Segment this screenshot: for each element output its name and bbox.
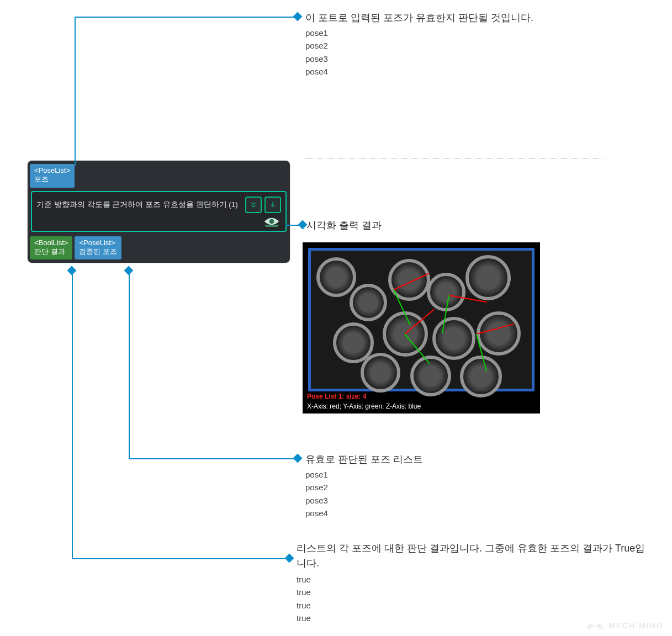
list-item: pose3 [305,52,648,65]
annotation-list: pose1 pose2 pose3 pose4 [305,26,648,78]
node-title: 기준 방향과의 각도를 근거하여 포즈 유효성을 판단하기 (1) [36,200,238,210]
visualization-output: Pose List 1: size: 4 X-Axis: red; Y-Axis… [303,242,540,414]
node-body: 기준 방향과의 각도를 근거하여 포즈 유효성을 판단하기 (1) [31,191,287,232]
viz-overlay-line1: Pose List 1: size: 4 [307,393,366,400]
arrow-down-icon [269,201,277,209]
input-ports: <PoseList> 포즈 [28,161,290,188]
list-item: pose3 [305,494,648,507]
list-item: true [297,573,650,586]
input-port-pose[interactable]: <PoseList> 포즈 [30,164,75,188]
separator [305,158,604,158]
connector [75,17,76,166]
port-type: <BoolList> [34,239,68,247]
port-type: <PoseList> [34,166,70,175]
port-label: 판단 결과 [34,247,68,256]
output-port-pose[interactable]: <PoseList> 검증된 포즈 [75,236,121,260]
list-item: pose1 [305,468,648,481]
visualize-icon[interactable] [263,215,280,227]
port-label: 검증된 포즈 [79,247,117,256]
pose-validity-node[interactable]: <PoseList> 포즈 기준 방향과의 각도를 근거하여 포즈 유효성을 판… [28,161,290,263]
annotation-valid-pose: 유효로 판단된 포즈 리스트 pose1 pose2 pose3 pose4 [305,453,648,520]
logo-text: MECH MIND [608,621,663,630]
output-ports: <BoolList> 판단 결과 <PoseList> 검증된 포즈 [28,236,290,263]
connector [129,271,130,458]
annotation-title: 유효로 판단된 포즈 리스트 [305,453,648,466]
mechmind-logo: MECH MIND [585,621,663,630]
annotation-list: pose1 pose2 pose3 pose4 [305,468,648,520]
annotation-title: 리스트의 각 포즈에 대한 판단 결과입니다. 그중에 유효한 포즈의 결과가 … [297,541,650,571]
list-item: pose2 [305,481,648,494]
download-button[interactable] [264,197,281,213]
connector [75,17,297,18]
viz-overlay-line2: X-Axis: red; Y-Axis: green; Z-Axis: blue [307,402,421,410]
annotation-input: 이 포트로 입력된 포즈가 유효한지 판단될 것입니다. pose1 pose2… [305,11,648,78]
connector [129,458,297,459]
list-item: pose4 [305,507,648,520]
connector [72,558,289,559]
list-item: true [297,586,650,598]
svg-point-0 [269,219,274,224]
connector [72,271,73,558]
port-type: <PoseList> [79,239,117,247]
list-item: pose2 [305,39,648,52]
output-port-bool[interactable]: <BoolList> 판단 결과 [30,236,72,260]
annotation-viz-label: 시각화 출력 결과 [306,219,382,232]
chevrons-down-icon [250,201,257,209]
expand-button[interactable] [245,197,262,213]
annotation-bool: 리스트의 각 포즈에 대한 판단 결과입니다. 그중에 유효한 포즈의 결과가 … [297,541,650,624]
annotation-list: true true true true [297,573,650,624]
annotation-title: 이 포트로 입력된 포즈가 유효한지 판단될 것입니다. [305,11,648,24]
list-item: true [297,599,650,612]
bin [308,248,535,391]
list-item: pose1 [305,26,648,39]
list-item: pose4 [305,65,648,78]
connector [285,225,302,226]
logo-icon [585,621,604,630]
port-label: 포즈 [34,175,70,184]
